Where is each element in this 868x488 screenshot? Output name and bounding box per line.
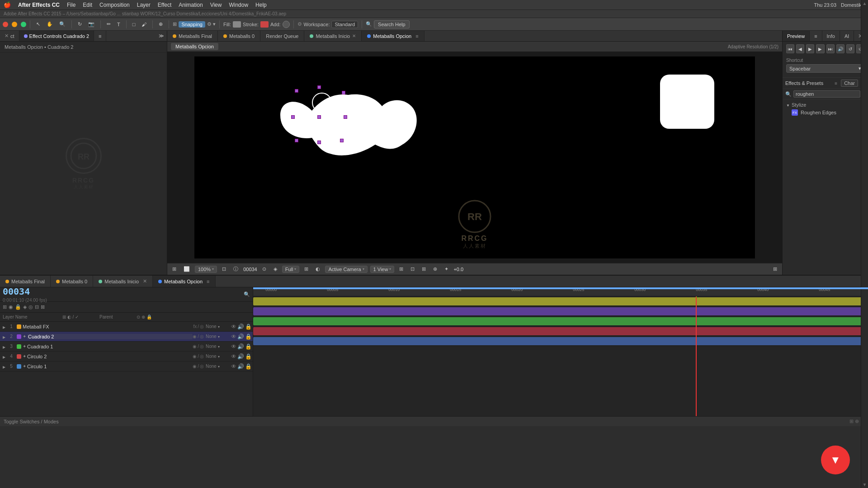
skip-end-btn[interactable]: ⏭: [826, 44, 835, 53]
new-comp-btn[interactable]: ⊞: [3, 304, 7, 310]
menu-layer[interactable]: Layer: [137, 2, 151, 8]
l4-solo-icon[interactable]: ◉: [193, 354, 197, 359]
tab-menu-left[interactable]: ≡: [94, 31, 106, 41]
camera-select[interactable]: Active Camera ▾: [325, 266, 367, 273]
work-area-bar[interactable]: [253, 287, 868, 289]
toggle-switches-label[interactable]: Toggle Switches / Modes: [4, 419, 59, 424]
render-queue-tab[interactable]: Render Queue: [260, 31, 304, 41]
l2-lock[interactable]: 🔒: [245, 333, 252, 340]
domestika-btn[interactable]: ▼: [821, 446, 850, 474]
track-bar-1[interactable]: [253, 297, 868, 305]
play-btn[interactable]: ▶: [806, 44, 814, 53]
handle-br[interactable]: [340, 139, 344, 142]
comp-tab-3-menu[interactable]: ≡: [415, 33, 418, 39]
workspace-select[interactable]: Standard: [331, 21, 358, 28]
handle-bm[interactable]: [317, 141, 321, 144]
vb-expand-btn[interactable]: ⊞: [771, 266, 779, 272]
l3-solo-icon[interactable]: ◉: [193, 344, 197, 349]
view-select[interactable]: 1 View ▾: [370, 266, 395, 273]
handle-tr[interactable]: [342, 91, 345, 94]
tl-tab-3-menu[interactable]: ≡: [207, 279, 209, 284]
shape-tool[interactable]: □: [130, 21, 138, 28]
layer-5-parent[interactable]: None ▾: [204, 364, 231, 369]
layer-2-parent[interactable]: None ▾: [204, 334, 231, 339]
loop-btn[interactable]: ↺: [846, 44, 854, 53]
fill-color[interactable]: [233, 21, 241, 28]
vb-snap-btn[interactable]: ⊞: [420, 266, 428, 272]
tl-tab-2-close[interactable]: ✕: [143, 278, 147, 284]
layer-4-color[interactable]: [17, 354, 21, 359]
tl-tab-3[interactable]: Metaballs Opcion ≡: [153, 276, 215, 287]
menu-composition[interactable]: Composition: [99, 2, 130, 8]
l3-motion-icon[interactable]: ◎: [200, 344, 204, 349]
l1-eye[interactable]: 👁: [231, 324, 236, 330]
l4-lock[interactable]: 🔒: [245, 353, 252, 360]
vb-record-btn[interactable]: ⊙: [260, 266, 269, 272]
vb-exposure-btn[interactable]: ◐: [313, 266, 322, 272]
menu-file[interactable]: File: [67, 2, 75, 8]
rotation-tool[interactable]: ↻: [75, 20, 84, 28]
tab-info[interactable]: Info: [822, 31, 840, 41]
track-bar-3[interactable]: [253, 317, 868, 325]
vb-motion-btn[interactable]: ⊕: [431, 266, 439, 272]
l1-edit-icon[interactable]: /: [198, 324, 199, 329]
l4-eye[interactable]: 👁: [231, 353, 236, 360]
tab-preview-menu[interactable]: ≡: [810, 31, 822, 41]
menu-edit[interactable]: Edit: [83, 2, 92, 8]
label-btn[interactable]: ◈: [23, 304, 27, 310]
layer-3-color[interactable]: [17, 344, 21, 349]
panel-expand-left[interactable]: ≫: [156, 31, 167, 41]
l3-audio[interactable]: 🔊: [237, 343, 244, 350]
puppet-tool[interactable]: ⊕: [156, 20, 165, 28]
prev-frame-btn[interactable]: ◀: [796, 44, 804, 53]
l1-motion-icon[interactable]: ◎: [200, 324, 204, 329]
snapping-button[interactable]: Snapping: [179, 21, 205, 28]
menu-animation[interactable]: Animation: [179, 2, 203, 8]
skip-start-btn[interactable]: ⏮: [786, 44, 794, 53]
stroke-color[interactable]: [260, 21, 269, 28]
l5-edit-icon[interactable]: /: [198, 364, 199, 369]
menu-help[interactable]: Help: [255, 2, 267, 8]
audio-btn[interactable]: 🔊: [836, 44, 844, 53]
char-tab[interactable]: Char: [841, 80, 858, 87]
search-help-button[interactable]: Search Help: [374, 20, 410, 28]
frame-blending-btn[interactable]: ⊠: [41, 304, 45, 310]
app-name[interactable]: After Effects CC: [18, 2, 60, 8]
layer-5-color[interactable]: [17, 364, 21, 369]
layer-1-parent[interactable]: None ▾: [204, 324, 231, 329]
l3-eye[interactable]: 👁: [231, 343, 236, 350]
l5-motion-icon[interactable]: ◎: [200, 364, 204, 369]
menu-view[interactable]: View: [210, 2, 222, 8]
l1-lock[interactable]: 🔒: [245, 324, 252, 330]
layers-search[interactable]: 🔍: [244, 291, 250, 297]
snap-options[interactable]: ⚙ ▾: [207, 21, 216, 27]
solo-btn[interactable]: ◉: [9, 304, 13, 310]
layer-4-expand[interactable]: [1, 354, 7, 359]
maximize-btn[interactable]: [21, 22, 26, 27]
l2-solo-icon[interactable]: ◉: [193, 334, 197, 339]
tl-tab-2[interactable]: Metaballs Inicio ✕: [93, 276, 153, 287]
vb-color-btn[interactable]: ◈: [271, 266, 279, 272]
lock-btn[interactable]: 🔒: [15, 304, 21, 310]
shy-btn[interactable]: ◎: [28, 304, 33, 310]
tab-preview[interactable]: Preview: [783, 31, 810, 41]
paint-tool[interactable]: 🖌: [139, 21, 149, 28]
layer-1-color[interactable]: [17, 324, 21, 329]
zoom-select[interactable]: 100% ▾: [195, 266, 217, 273]
timeline-tracks[interactable]: 00000 00005 00010 00015 00020 00025 0003…: [253, 287, 868, 416]
l2-edit-icon[interactable]: /: [198, 334, 199, 339]
layer-2-expand[interactable]: [1, 334, 7, 339]
shortcut-value[interactable]: Spacebar ▾: [786, 64, 864, 73]
layer-3-parent[interactable]: None ▾: [204, 344, 231, 349]
l2-motion-icon[interactable]: ◎: [200, 334, 204, 339]
selection-tool[interactable]: ↖: [34, 20, 42, 28]
l5-audio[interactable]: 🔊: [237, 363, 244, 370]
l4-edit-icon[interactable]: /: [198, 354, 199, 359]
l5-solo-icon[interactable]: ◉: [193, 364, 197, 369]
stylize-category[interactable]: Stylize: [784, 101, 866, 108]
comp-tab-3[interactable]: Metaballs Opcion ≡: [362, 31, 424, 41]
timeline-playhead[interactable]: [696, 296, 697, 416]
comp-tab-1[interactable]: Metaballs 0: [218, 31, 260, 41]
comp-tab-2-close[interactable]: ✕: [352, 33, 356, 38]
layer-5-expand[interactable]: [1, 364, 7, 369]
